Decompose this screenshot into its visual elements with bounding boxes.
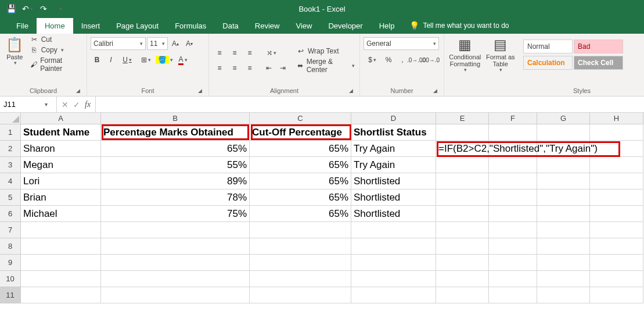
- cell-D2[interactable]: Try Again: [351, 141, 436, 157]
- align-bottom-button[interactable]: ≡: [243, 46, 257, 60]
- cell-C7[interactable]: [250, 222, 351, 238]
- cell-E5[interactable]: [436, 190, 489, 206]
- cell-C3[interactable]: 65%: [250, 157, 351, 173]
- cell-H9[interactable]: [590, 255, 643, 271]
- cell-C2[interactable]: 65%: [250, 141, 351, 157]
- row-header-6[interactable]: 6: [0, 206, 21, 222]
- col-header-D[interactable]: D: [351, 113, 436, 124]
- tab-page-layout[interactable]: Page Layout: [108, 18, 167, 34]
- align-top-button[interactable]: ≡: [213, 46, 226, 60]
- cell-E4[interactable]: [436, 173, 489, 190]
- cell-H3[interactable]: [590, 157, 643, 173]
- cell-A7[interactable]: [21, 222, 101, 238]
- cell-A1[interactable]: Student Name: [21, 124, 101, 141]
- align-center-button[interactable]: ≡: [228, 61, 242, 75]
- cell-E9[interactable]: [436, 255, 489, 271]
- cell-G8[interactable]: [537, 238, 590, 255]
- cell-H8[interactable]: [590, 238, 643, 255]
- paste-button[interactable]: 📋 Paste ▾: [3, 35, 26, 67]
- cell-C5[interactable]: 65%: [250, 190, 351, 206]
- cell-C10[interactable]: [250, 271, 351, 287]
- cell-G3[interactable]: [537, 157, 590, 173]
- decrease-font-button[interactable]: A▾: [183, 37, 196, 50]
- align-left-button[interactable]: ≡: [213, 61, 226, 75]
- font-name-select[interactable]: Calibri▾: [91, 37, 146, 50]
- cell-D3[interactable]: Try Again: [351, 157, 436, 173]
- cell-G11[interactable]: [537, 287, 590, 303]
- style-normal[interactable]: Normal: [523, 40, 573, 53]
- cell-H6[interactable]: [590, 206, 643, 222]
- cell-A3[interactable]: Megan: [21, 157, 101, 173]
- cell-H5[interactable]: [590, 190, 643, 206]
- cell-A11[interactable]: [21, 287, 101, 303]
- cell-E7[interactable]: [436, 222, 489, 238]
- tab-home[interactable]: Home: [37, 18, 73, 34]
- cell-F7[interactable]: [489, 222, 537, 238]
- cell-H7[interactable]: [590, 222, 643, 238]
- cell-F5[interactable]: [489, 190, 537, 206]
- cell-A5[interactable]: Brian: [21, 190, 101, 206]
- row-header-4[interactable]: 4: [0, 173, 21, 190]
- cell-G6[interactable]: [537, 206, 590, 222]
- cell-F1[interactable]: [489, 124, 537, 141]
- cell-F11[interactable]: [489, 287, 537, 303]
- cell-H2[interactable]: [590, 141, 643, 157]
- tab-view[interactable]: View: [287, 18, 320, 34]
- cell-H4[interactable]: [590, 173, 643, 190]
- cell-D7[interactable]: [351, 222, 436, 238]
- accounting-format-button[interactable]: $▾: [364, 53, 381, 66]
- cell-H1[interactable]: [590, 124, 643, 141]
- cell-D9[interactable]: [351, 255, 436, 271]
- cell-F10[interactable]: [489, 271, 537, 287]
- cell-H11[interactable]: [590, 287, 643, 303]
- cell-A8[interactable]: [21, 238, 101, 255]
- number-launcher[interactable]: ◢: [431, 87, 439, 95]
- cell-B2[interactable]: 65%: [101, 141, 250, 157]
- cell-A9[interactable]: [21, 255, 101, 271]
- select-all-button[interactable]: [0, 113, 21, 124]
- cell-E1[interactable]: [436, 124, 489, 141]
- save-icon[interactable]: 💾: [3, 1, 19, 16]
- increase-indent-button[interactable]: ⇥: [276, 62, 289, 74]
- cell-D6[interactable]: Shortlisted: [351, 206, 436, 222]
- tab-review[interactable]: Review: [247, 18, 288, 34]
- row-header-2[interactable]: 2: [0, 141, 21, 157]
- cell-F4[interactable]: [489, 173, 537, 190]
- name-box[interactable]: ▾: [0, 96, 57, 112]
- style-calculation[interactable]: Calculation: [523, 56, 573, 70]
- cell-C6[interactable]: 65%: [250, 206, 351, 222]
- cell-B7[interactable]: [101, 222, 250, 238]
- style-bad[interactable]: Bad: [574, 40, 623, 53]
- percent-format-button[interactable]: %: [382, 53, 395, 66]
- worksheet-grid[interactable]: A B C D E F G H 1 Student Name Percentag…: [0, 113, 644, 303]
- decrease-decimal-button[interactable]: .00→.0: [424, 53, 437, 66]
- cell-B10[interactable]: [101, 271, 250, 287]
- tab-insert[interactable]: Insert: [73, 18, 109, 34]
- formula-input[interactable]: [95, 96, 644, 112]
- clipboard-launcher[interactable]: ◢: [74, 87, 82, 95]
- enter-icon[interactable]: ✓: [73, 100, 80, 109]
- cell-E2[interactable]: =IF(B2>C2,"Shortlisted","Try Again"): [436, 141, 489, 157]
- cell-E10[interactable]: [436, 271, 489, 287]
- row-header-1[interactable]: 1: [0, 124, 21, 141]
- cell-D10[interactable]: [351, 271, 436, 287]
- tab-help[interactable]: Help: [371, 18, 403, 34]
- undo-icon[interactable]: ↶▾: [20, 1, 35, 16]
- cell-D8[interactable]: [351, 238, 436, 255]
- cell-F8[interactable]: [489, 238, 537, 255]
- cell-B1[interactable]: Percentage Marks Obtained: [101, 124, 250, 141]
- cut-button[interactable]: ✂Cut: [28, 35, 83, 44]
- qat-customize-icon[interactable]: ▾: [52, 1, 67, 16]
- insert-function-button[interactable]: fx: [85, 100, 91, 109]
- align-right-button[interactable]: ≡: [243, 61, 257, 75]
- cell-D1[interactable]: Shortlist Status: [351, 124, 436, 141]
- cell-E6[interactable]: [436, 206, 489, 222]
- wrap-text-button[interactable]: ↩Wrap Text: [295, 47, 356, 56]
- row-header-9[interactable]: 9: [0, 255, 21, 271]
- row-header-3[interactable]: 3: [0, 157, 21, 173]
- font-size-select[interactable]: 11▾: [147, 37, 168, 50]
- cell-C8[interactable]: [250, 238, 351, 255]
- borders-button[interactable]: ⊞▾: [137, 53, 154, 66]
- font-color-button[interactable]: A▾: [174, 53, 192, 66]
- increase-font-button[interactable]: A▴: [169, 37, 182, 50]
